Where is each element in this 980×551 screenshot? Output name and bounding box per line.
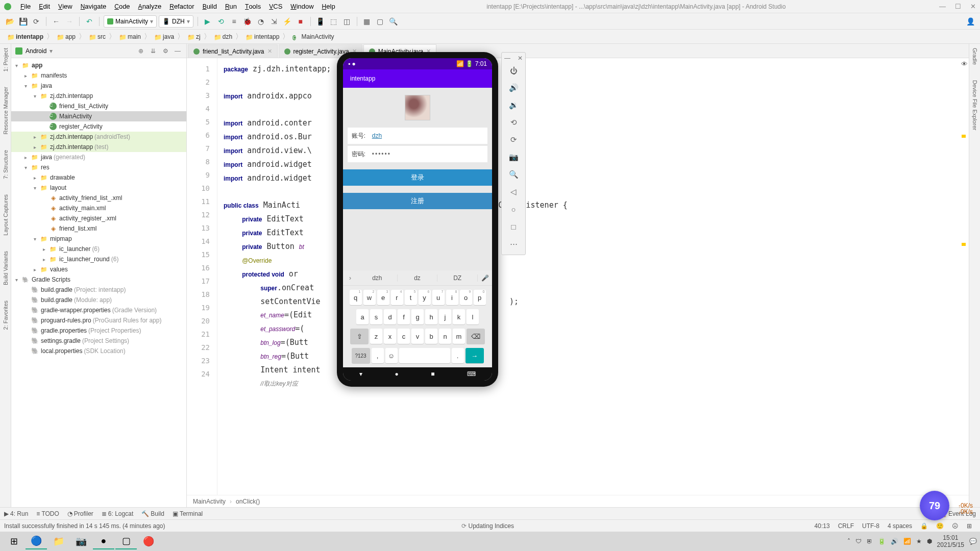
power-icon[interactable]: ⏻: [506, 63, 521, 78]
nav-keyboard-icon[interactable]: ⌨: [467, 370, 476, 378]
key-x[interactable]: x: [384, 329, 396, 344]
tree-node[interactable]: ▾📁zj.dzh.intentapp: [11, 91, 186, 101]
menu-navigate[interactable]: Navigate: [77, 2, 111, 11]
settings-icon[interactable]: ▢: [375, 16, 386, 27]
search-icon[interactable]: 🔍: [388, 16, 399, 27]
volume-up-icon[interactable]: 🔊: [506, 81, 521, 95]
account-field[interactable]: 账号: dzh: [348, 128, 487, 144]
key-m[interactable]: m: [453, 329, 465, 344]
nav-back-icon[interactable]: ▾: [359, 370, 362, 378]
back-icon[interactable]: ←: [51, 16, 62, 27]
run-tool[interactable]: ▶ 4: Run: [4, 510, 28, 517]
tree-node[interactable]: ▾📁layout: [11, 183, 186, 193]
breadcrumb-item[interactable]: 📁app: [54, 33, 79, 40]
key-l[interactable]: l: [467, 309, 479, 324]
breadcrumb-item[interactable]: CMainActivity: [289, 33, 337, 40]
apply-changes-icon[interactable]: ⚡: [282, 16, 293, 27]
menu-edit[interactable]: Edit: [35, 2, 54, 11]
lock-icon[interactable]: 🔒: [916, 522, 932, 530]
close-icon[interactable]: ✕: [970, 3, 976, 10]
volume-icon[interactable]: 🔊: [891, 538, 898, 545]
menu-help[interactable]: Help: [318, 2, 339, 11]
left-rail-item[interactable]: Resource Manager: [3, 87, 9, 135]
rotate-right-icon[interactable]: ⟳: [506, 133, 521, 147]
key-q[interactable]: q1: [350, 290, 362, 305]
tree-node[interactable]: ▾📁res: [11, 162, 186, 172]
avd-icon[interactable]: 📱: [315, 16, 326, 27]
terminal-tool[interactable]: ▣ Terminal: [173, 510, 203, 517]
indent[interactable]: 4 spaces: [884, 522, 916, 530]
tree-node[interactable]: ◈activity_friend_list_.xml: [11, 193, 186, 203]
attach-icon[interactable]: ⇲: [268, 16, 280, 27]
coverage-icon[interactable]: ≡: [229, 16, 240, 27]
crumb-method[interactable]: onClick(): [236, 498, 260, 505]
left-rail-item[interactable]: Layout Captures: [3, 194, 9, 236]
code-editor[interactable]: package zj.dzh.intentapp; import android…: [217, 58, 969, 495]
device-dropdown[interactable]: 📱 DZH ▾: [159, 15, 193, 28]
key-z[interactable]: z: [370, 329, 382, 344]
backspace-key[interactable]: ⌫: [467, 329, 485, 344]
encoding[interactable]: UTF-8: [858, 522, 884, 530]
tree-node[interactable]: ▸📁manifests: [11, 70, 186, 81]
tray-icon[interactable]: ★: [916, 538, 922, 545]
logcat-tool[interactable]: ≣ 6: Logcat: [102, 510, 133, 517]
tree-node[interactable]: 🐘local.properties(SDK Location): [11, 346, 186, 356]
tree-node[interactable]: 🐘build.gradle(Project: intentapp): [11, 285, 186, 295]
left-rail-item[interactable]: 1: Project: [3, 48, 9, 71]
more-icon[interactable]: ⋯: [506, 237, 521, 251]
menu-code[interactable]: Code: [110, 2, 134, 11]
error-stripe-icon[interactable]: [962, 135, 966, 138]
key-v[interactable]: v: [411, 329, 424, 344]
key-f[interactable]: f: [398, 309, 410, 324]
key-a[interactable]: a: [356, 309, 369, 324]
tree-node[interactable]: 🐘proguard-rules.pro(ProGuard Rules for a…: [11, 315, 186, 325]
shield-icon[interactable]: ⛨: [867, 538, 873, 545]
tree-node[interactable]: ▸📁values: [11, 264, 186, 274]
left-rail-item[interactable]: 7: Structure: [3, 150, 9, 179]
tree-node[interactable]: ▾📁mipmap: [11, 234, 186, 244]
menu-tools[interactable]: Tools: [241, 2, 265, 11]
password-field[interactable]: 密码: ••••••: [348, 146, 487, 162]
antivirus-icon[interactable]: 🛡: [855, 538, 862, 545]
nav-recent-icon[interactable]: ■: [431, 370, 434, 378]
key-g[interactable]: g: [411, 309, 424, 324]
tree-node[interactable]: ▸📁drawable: [11, 172, 186, 183]
breadcrumb-item[interactable]: 📁intentapp: [242, 33, 282, 40]
key-s[interactable]: s: [370, 309, 382, 324]
left-rail-item[interactable]: Build Variants: [3, 251, 9, 285]
tray-icon[interactable]: ⬢: [927, 538, 932, 545]
overview-icon[interactable]: □: [506, 219, 521, 234]
layout-inspector-icon[interactable]: ◫: [341, 16, 353, 27]
emu-close-icon[interactable]: ✕: [518, 55, 523, 62]
tree-node[interactable]: 🐘gradle-wrapper.properties(Gradle Versio…: [11, 305, 186, 315]
breadcrumb-item[interactable]: 📁intentapp: [4, 33, 46, 40]
key-u[interactable]: u7: [432, 290, 445, 305]
menu-build[interactable]: Build: [199, 2, 221, 11]
login-button[interactable]: 登录: [343, 169, 492, 186]
key-w[interactable]: w2: [363, 290, 376, 305]
chevron-up-icon[interactable]: ˄: [847, 538, 850, 545]
left-rail-item[interactable]: 2: Favorites: [3, 300, 9, 330]
right-rail-item[interactable]: Gradle: [972, 48, 978, 65]
run-config-dropdown[interactable]: MainActivity ▾: [104, 15, 157, 28]
zoom-icon[interactable]: 🔍: [506, 167, 521, 182]
right-rail-item[interactable]: Device File Explorer: [972, 80, 978, 130]
tree-node[interactable]: CMainActivity: [11, 111, 186, 121]
menu-vcs[interactable]: VCS: [265, 2, 286, 11]
sdk-icon[interactable]: ⬚: [328, 16, 339, 27]
tree-node[interactable]: 🐘build.gradle(Module: app): [11, 295, 186, 305]
tree-node[interactable]: ▾🐘Gradle Scripts: [11, 274, 186, 285]
emu-minimize-icon[interactable]: —: [504, 55, 510, 62]
register-button[interactable]: 注册: [343, 193, 492, 209]
tree-node[interactable]: ▸📁zj.dzh.intentapp(test): [11, 142, 186, 152]
camera-icon[interactable]: 📷: [70, 533, 92, 549]
key-e[interactable]: e3: [377, 290, 389, 305]
collapse-icon[interactable]: ⇊: [149, 46, 158, 56]
floating-badge[interactable]: 79: [920, 491, 949, 520]
editor-tab[interactable]: friend_list_Activity.java ✕: [188, 44, 278, 58]
build-tool[interactable]: 🔨 Build: [141, 510, 164, 517]
breadcrumb-item[interactable]: 📁zj: [184, 33, 204, 40]
crumb-class[interactable]: MainActivity: [193, 498, 226, 505]
tree-node[interactable]: ▸📁ic_launcher_round(6): [11, 254, 186, 264]
back-icon[interactable]: ◁: [506, 185, 521, 199]
